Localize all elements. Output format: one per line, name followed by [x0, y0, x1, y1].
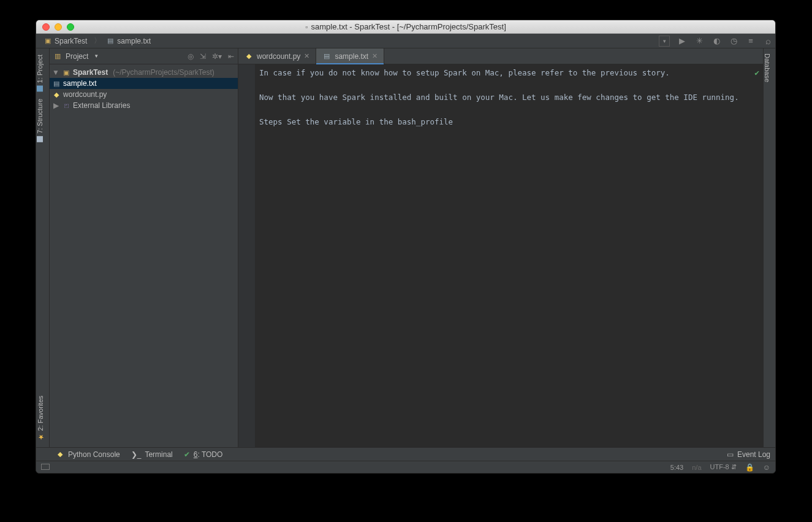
- library-icon: ⏍: [62, 101, 70, 110]
- tool-label: Event Log: [737, 450, 770, 459]
- tree-item-wordcount[interactable]: ◆ wordcount.py: [50, 89, 238, 100]
- window-title: ▫ sample.txt - SparkTest - [~/PycharmPro…: [36, 22, 775, 31]
- editor-body: ✔In case if you do not know how to setup…: [238, 64, 763, 447]
- ide-window: ▫ sample.txt - SparkTest - [~/PycharmPro…: [36, 20, 776, 474]
- tool-tab-project[interactable]: 1: Project: [36, 51, 44, 95]
- editor-area: ◆ wordcount.py ✕ ▤ sample.txt ✕ ✔In case…: [238, 48, 763, 447]
- run-toolbar: ▾ ▶ ✳ ◐ ◷ ≡ ⌕: [659, 36, 773, 47]
- tool-todo[interactable]: ✔ 6: TODO: [184, 450, 223, 459]
- status-left: [41, 464, 50, 471]
- status-encoding[interactable]: UTF-8 ⇵: [710, 463, 737, 471]
- editor-gutter: [238, 64, 256, 447]
- tool-tab-favorites[interactable]: ★2: Favorites: [36, 392, 44, 445]
- tool-label: Python Console: [68, 450, 120, 459]
- tree-root-path: (~/PycharmProjects/SparkTest): [113, 68, 214, 77]
- zoom-window-button[interactable]: [67, 23, 74, 31]
- breadcrumb: ▣ SparkTest ▤ sample.txt: [39, 34, 153, 47]
- tool-terminal[interactable]: ❯_ Terminal: [131, 450, 173, 459]
- project-tree: ▼ ▣ SparkTest (~/PycharmProjects/SparkTe…: [50, 64, 238, 113]
- project-view-icon: ▥: [53, 52, 62, 61]
- run-button-icon[interactable]: ▶: [677, 36, 687, 45]
- main-area: 1: Project 7: Structure ★2: Favorites ▥ …: [36, 48, 775, 447]
- coverage-button-icon[interactable]: ◐: [711, 36, 721, 45]
- locate-icon[interactable]: ◎: [188, 52, 194, 61]
- hector-inspector-icon[interactable]: ☺: [763, 463, 770, 472]
- close-tab-icon[interactable]: ✕: [304, 52, 309, 60]
- disclosure-triangle-icon[interactable]: ▼: [52, 68, 59, 77]
- project-panel-header: ▥ Project ▼ ◎ ⇲ ✲▾ ⇤: [50, 48, 238, 64]
- status-bar: 5:43 n/a UTF-8 ⇵ 🔒 ☺: [36, 461, 775, 473]
- document-icon: ▫: [305, 23, 308, 31]
- tree-item-sample[interactable]: ▤ sample.txt: [50, 78, 238, 89]
- terminal-icon: ❯_: [131, 450, 142, 459]
- todo-icon: ✔: [184, 450, 190, 459]
- stop-button-icon[interactable]: ≡: [746, 36, 756, 45]
- tool-tab-database[interactable]: Database: [764, 48, 771, 86]
- editor-tab-sample[interactable]: ▤ sample.txt ✕: [316, 48, 384, 64]
- close-tab-icon[interactable]: ✕: [372, 52, 378, 60]
- tree-item-label: wordcount.py: [63, 90, 107, 99]
- run-config-dropdown[interactable]: ▾: [659, 36, 670, 47]
- event-log-icon: ▭: [727, 450, 734, 459]
- inspection-ok-icon: ✔: [754, 67, 759, 79]
- chevron-down-icon: ▼: [94, 53, 99, 59]
- window-title-text: sample.txt - SparkTest - [~/PycharmProje…: [311, 22, 506, 31]
- debug-button-icon[interactable]: ✳: [694, 36, 704, 45]
- status-line-separator[interactable]: n/a: [692, 464, 701, 471]
- profile-button-icon[interactable]: ◷: [729, 36, 738, 45]
- search-everywhere-icon[interactable]: ⌕: [763, 36, 773, 46]
- editor-tab-label: wordcount.py: [257, 52, 300, 61]
- right-tool-strip: Database: [763, 48, 775, 447]
- file-icon: ▤: [322, 52, 331, 61]
- project-panel-actions: ◎ ⇲ ✲▾ ⇤: [188, 52, 234, 61]
- close-window-button[interactable]: [42, 23, 50, 31]
- tree-external-libraries[interactable]: ▶ ⏍ External Libraries: [50, 100, 238, 111]
- readonly-lock-icon[interactable]: 🔒: [745, 463, 754, 472]
- file-icon: ▤: [52, 79, 61, 88]
- folder-icon: ▣: [62, 68, 70, 77]
- editor-tab-wordcount[interactable]: ◆ wordcount.py ✕: [238, 48, 316, 64]
- navigation-toolbar: ▣ SparkTest ▤ sample.txt ▾ ▶ ✳ ◐ ◷ ≡ ⌕: [36, 34, 775, 48]
- tool-event-log[interactable]: ▭ Event Log: [727, 450, 770, 459]
- editor-tabs: ◆ wordcount.py ✕ ▤ sample.txt ✕: [238, 48, 763, 64]
- window-controls: [42, 23, 74, 31]
- tree-item-label: sample.txt: [63, 79, 97, 88]
- left-tool-strip: 1: Project 7: Structure ★2: Favorites: [36, 48, 50, 447]
- tree-item-label: External Libraries: [73, 101, 130, 110]
- tool-tab-structure[interactable]: 7: Structure: [36, 95, 44, 146]
- status-right: 5:43 n/a UTF-8 ⇵ 🔒 ☺: [670, 463, 770, 472]
- tool-label: 6: TODO: [194, 450, 223, 459]
- status-cursor-position[interactable]: 5:43: [670, 464, 683, 471]
- folder-icon: ▣: [44, 37, 52, 45]
- disclosure-triangle-icon[interactable]: ▶: [52, 101, 59, 110]
- tree-root-name: SparkTest: [73, 68, 108, 77]
- bottom-tool-buttons: ◆ Python Console ❯_ Terminal ✔ 6: TODO: [56, 450, 222, 459]
- project-panel: ▥ Project ▼ ◎ ⇲ ✲▾ ⇤ ▼ ▣ SparkTest (~/Py…: [50, 48, 238, 447]
- python-file-icon: ◆: [52, 90, 61, 99]
- project-view-selector[interactable]: ▥ Project ▼: [53, 52, 99, 61]
- file-icon: ▤: [106, 37, 115, 45]
- tool-python-console[interactable]: ◆ Python Console: [56, 450, 120, 459]
- breadcrumb-item-project[interactable]: ▣ SparkTest: [41, 36, 89, 47]
- tool-window-quick-access-icon[interactable]: [41, 464, 50, 470]
- project-panel-title: Project: [66, 52, 88, 61]
- title-bar: ▫ sample.txt - SparkTest - [~/PycharmPro…: [36, 20, 775, 34]
- tree-root[interactable]: ▼ ▣ SparkTest (~/PycharmProjects/SparkTe…: [50, 67, 238, 78]
- python-console-icon: ◆: [56, 450, 64, 459]
- editor-tab-label: sample.txt: [335, 52, 368, 61]
- settings-gear-icon[interactable]: ✲▾: [212, 52, 222, 61]
- minimize-window-button[interactable]: [55, 23, 62, 31]
- editor-text-area[interactable]: ✔In case if you do not know how to setup…: [256, 64, 763, 447]
- python-file-icon: ◆: [245, 52, 253, 61]
- breadcrumb-label: SparkTest: [55, 37, 87, 45]
- breadcrumb-item-file[interactable]: ▤ sample.txt: [91, 34, 153, 47]
- collapse-icon[interactable]: ⇲: [200, 52, 206, 61]
- breadcrumb-label: sample.txt: [117, 37, 151, 45]
- tool-label: Terminal: [145, 450, 172, 459]
- bottom-tool-strip: ◆ Python Console ❯_ Terminal ✔ 6: TODO ▭…: [36, 447, 775, 461]
- hide-panel-icon[interactable]: ⇤: [228, 52, 234, 61]
